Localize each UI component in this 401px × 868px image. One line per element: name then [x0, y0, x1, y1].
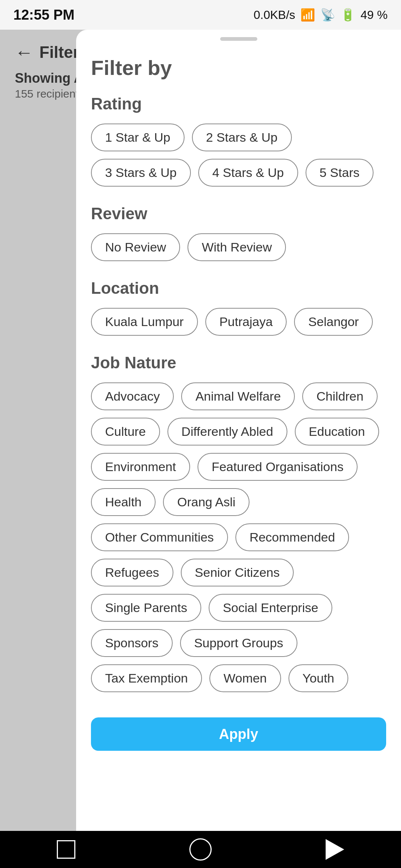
- job-nature-chips: Advocacy Animal Welfare Children Culture…: [91, 382, 386, 692]
- review-section: Review No Review With Review: [91, 204, 386, 261]
- job-nature-section-title: Job Nature: [91, 354, 386, 372]
- chip-putrajaya[interactable]: Putrajaya: [205, 308, 287, 336]
- chip-1star[interactable]: 1 Star & Up: [91, 124, 185, 151]
- location-chips: Kuala Lumpur Putrajaya Selangor: [91, 308, 386, 336]
- nav-back-button[interactable]: [326, 839, 344, 860]
- battery-icon: 🔋: [340, 8, 355, 22]
- chip-recommended[interactable]: Recommended: [235, 523, 349, 551]
- apply-button[interactable]: Apply: [91, 717, 386, 751]
- nav-home-button[interactable]: [189, 838, 212, 861]
- chip-tax-exemption[interactable]: Tax Exemption: [91, 664, 202, 692]
- chip-animal-welfare[interactable]: Animal Welfare: [181, 382, 295, 410]
- chip-kuala-lumpur[interactable]: Kuala Lumpur: [91, 308, 198, 336]
- signal-icon: 📶: [300, 8, 315, 22]
- chip-women[interactable]: Women: [209, 664, 281, 692]
- rating-section-title: Rating: [91, 95, 386, 113]
- review-chips: No Review With Review: [91, 233, 386, 261]
- rating-chips: 1 Star & Up 2 Stars & Up 3 Stars & Up 4 …: [91, 124, 386, 187]
- status-bar: 12:55 PM 0.0KB/s 📶 📡 🔋 49 %: [0, 0, 401, 30]
- back-arrow-icon: ←: [15, 42, 33, 63]
- sheet-title: Filter by: [91, 56, 386, 80]
- chip-4star[interactable]: 4 Stars & Up: [198, 159, 298, 187]
- review-section-title: Review: [91, 204, 386, 223]
- job-nature-section: Job Nature Advocacy Animal Welfare Child…: [91, 354, 386, 692]
- rating-section: Rating 1 Star & Up 2 Stars & Up 3 Stars …: [91, 95, 386, 187]
- nav-recent-button[interactable]: [57, 840, 75, 859]
- chip-other-communities[interactable]: Other Communities: [91, 523, 228, 551]
- chip-environment[interactable]: Environment: [91, 453, 190, 481]
- chip-3star[interactable]: 3 Stars & Up: [91, 159, 191, 187]
- wifi-icon: 📡: [320, 8, 335, 22]
- chip-youth[interactable]: Youth: [288, 664, 349, 692]
- chip-orang-asli[interactable]: Orang Asli: [163, 488, 250, 516]
- bottom-nav: [0, 831, 401, 868]
- chip-2star[interactable]: 2 Stars & Up: [192, 124, 292, 151]
- chip-featured-organisations[interactable]: Featured Organisations: [198, 453, 358, 481]
- sheet-handle: [220, 37, 257, 41]
- status-right: 0.0KB/s 📶 📡 🔋 49 %: [254, 8, 388, 22]
- chip-social-enterprise[interactable]: Social Enterprise: [209, 594, 332, 622]
- chip-culture[interactable]: Culture: [91, 418, 160, 445]
- chip-refugees[interactable]: Refugees: [91, 559, 173, 586]
- chip-selangor[interactable]: Selangor: [294, 308, 373, 336]
- network-speed: 0.0KB/s: [254, 8, 295, 22]
- status-time: 12:55 PM: [13, 7, 75, 23]
- filter-bottom-sheet: Filter by Rating 1 Star & Up 2 Stars & U…: [76, 30, 401, 831]
- chip-with-review[interactable]: With Review: [188, 233, 286, 261]
- location-section: Location Kuala Lumpur Putrajaya Selangor: [91, 279, 386, 336]
- chip-single-parents[interactable]: Single Parents: [91, 594, 201, 622]
- battery-level: 49 %: [361, 8, 388, 22]
- chip-differently-abled[interactable]: Differently Abled: [167, 418, 287, 445]
- chip-health[interactable]: Health: [91, 488, 156, 516]
- chip-education[interactable]: Education: [295, 418, 379, 445]
- chip-advocacy[interactable]: Advocacy: [91, 382, 174, 410]
- chip-children[interactable]: Children: [302, 382, 378, 410]
- location-section-title: Location: [91, 279, 386, 297]
- chip-sponsors[interactable]: Sponsors: [91, 629, 173, 657]
- chip-support-groups[interactable]: Support Groups: [180, 629, 297, 657]
- chip-senior-citizens[interactable]: Senior Citizens: [181, 559, 294, 586]
- chip-5star[interactable]: 5 Stars: [306, 159, 374, 187]
- chip-no-review[interactable]: No Review: [91, 233, 180, 261]
